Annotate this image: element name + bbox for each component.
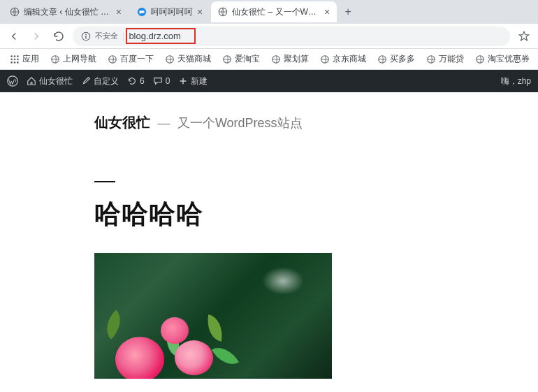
apps-button[interactable]: 应用 [6,52,43,66]
image-highlight [262,267,304,295]
flower-decoration [115,337,164,379]
post-divider [94,181,115,182]
wp-comments-count: 0 [166,76,170,86]
wp-new-link[interactable]: 新建 [178,75,208,87]
bookmark-item[interactable]: 上网导航 [46,52,101,66]
tab-title: 呵呵呵呵呵 [151,6,193,18]
globe-icon [426,55,436,64]
bookmark-item[interactable]: 百度一下 [103,52,158,66]
wp-site-link[interactable]: 仙女很忙 [27,75,73,87]
bookmark-item[interactable]: 京东商城 [316,52,370,66]
close-icon[interactable]: × [116,6,122,17]
browser-tabs-bar: 编辑文章 ‹ 仙女很忙 — WordPr × 呵呵呵呵呵 × 仙女很忙 – 又一… [0,0,538,24]
apps-icon [10,55,20,64]
browser-tab[interactable]: 呵呵呵呵呵 × [130,1,210,22]
browser-tab-active[interactable]: 仙女很忙 – 又一个WordPress站 × [211,1,337,22]
security-label: 不安全 [95,31,118,41]
svg-point-7 [14,55,16,57]
wp-comments-link[interactable]: 0 [153,76,170,86]
globe-icon [222,55,232,64]
url-field[interactable]: 不安全 | blog.drz.com [73,27,510,46]
wp-updates-link[interactable]: 6 [127,76,145,86]
reload-button[interactable] [50,28,67,45]
svg-point-6 [10,55,13,57]
globe-icon [10,7,20,17]
wp-customize-label: 自定义 [94,75,119,87]
leaf-decoration [99,310,128,339]
globe-icon [377,55,387,64]
globe-icon [165,55,175,64]
svg-point-11 [17,58,19,60]
flower-decoration [175,340,213,375]
svg-point-4 [85,34,87,35]
svg-point-10 [14,58,16,60]
svg-rect-5 [85,36,86,38]
post-featured-image[interactable] [94,253,332,379]
page-content: 仙女很忙 — 又一个WordPress站点 哈哈哈哈 [0,92,538,392]
apps-label: 应用 [22,53,39,65]
globe-icon [218,7,228,17]
leaf-decoration [204,314,226,342]
address-bar: 不安全 | blog.drz.com [0,24,538,49]
svg-point-14 [17,61,19,64]
tagline-separator: — [157,116,170,130]
wordpress-icon [7,75,18,87]
browser-tab[interactable]: 编辑文章 ‹ 仙女很忙 — WordPr × [3,1,129,22]
flower-decoration [161,317,189,344]
back-button[interactable] [6,28,22,45]
globe-icon [271,55,281,64]
wp-new-label: 新建 [191,75,208,87]
bookmark-item[interactable]: 爱淘宝 [218,52,264,66]
bookmarks-bar: 应用 上网导航 百度一下 天猫商城 爱淘宝 聚划算 京东商城 买多多 万能贷 淘… [0,49,538,70]
plus-icon [178,76,188,86]
globe-icon [50,55,60,64]
site-title[interactable]: 仙女很忙 [94,115,150,130]
globe-icon [108,55,117,64]
bookmark-star-button[interactable] [516,28,532,45]
tab-title: 仙女很忙 – 又一个WordPress站 [232,6,320,18]
comment-icon [153,76,163,86]
update-icon [127,76,137,86]
globe-icon [320,55,330,64]
url-text: blog.drz.com [129,31,180,41]
wp-greeting: 嗨，zhp [501,75,531,87]
bookmark-item[interactable]: 天猫商城 [161,52,215,66]
forward-button[interactable] [28,28,45,45]
site-tagline: 又一个WordPress站点 [177,116,303,130]
svg-point-13 [14,61,16,64]
bookmark-item[interactable]: 买多多 [373,52,419,66]
tab-title: 编辑文章 ‹ 仙女很忙 — WordPr [24,6,112,18]
wp-updates-count: 6 [140,76,145,86]
info-icon [81,31,91,41]
new-tab-button[interactable]: + [338,6,358,18]
wp-site-name: 仙女很忙 [39,75,73,87]
bookmark-item[interactable]: 万能贷 [422,52,468,66]
chat-icon [137,7,147,17]
wp-admin-bar: 仙女很忙 自定义 6 0 新建 嗨，zhp [0,70,538,92]
globe-icon [475,55,485,64]
brush-icon [81,76,91,86]
site-header: 仙女很忙 — 又一个WordPress站点 [94,113,538,132]
svg-point-8 [17,55,19,57]
svg-point-9 [10,58,13,60]
bookmark-item[interactable]: 淘宝优惠券 [471,52,534,66]
close-icon[interactable]: × [197,6,203,17]
wp-user-menu[interactable]: 嗨，zhp [501,75,531,87]
wp-customize-link[interactable]: 自定义 [81,75,119,87]
leaf-decoration [212,341,239,371]
home-icon [27,76,36,86]
close-icon[interactable]: × [324,6,330,17]
wp-logo-menu[interactable] [7,75,18,87]
svg-point-12 [10,61,13,64]
bookmark-item[interactable]: 聚划算 [267,52,313,66]
post-title[interactable]: 哈哈哈哈 [94,196,538,232]
